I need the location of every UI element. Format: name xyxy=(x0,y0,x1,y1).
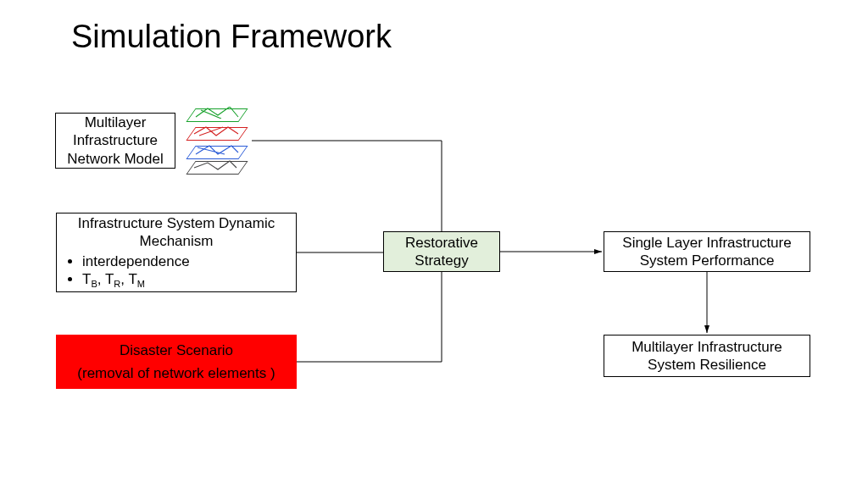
disaster-line1: Disaster Scenario xyxy=(120,341,233,359)
bullet-interdependence: interdependence xyxy=(82,252,190,270)
dynamic-mechanism-heading: Infrastructure System Dynamic Mechanism xyxy=(67,214,286,251)
bullet-time-params: TB, TR, TM xyxy=(82,270,190,291)
multilayer-network-icon xyxy=(191,108,252,175)
page-title: Simulation Framework xyxy=(71,19,392,55)
box-restorative-strategy: Restorative Strategy xyxy=(383,231,500,272)
box-dynamic-mechanism: Infrastructure System Dynamic Mechanism … xyxy=(56,213,297,292)
box-single-layer-performance: Single Layer Infrastructure System Perfo… xyxy=(604,231,810,272)
disaster-line2: (removal of network elements ) xyxy=(77,364,275,382)
box-multilayer-model: Multilayer Infrastructure Network Model xyxy=(55,113,175,169)
box-multilayer-resilience: Multilayer Infrastructure System Resilie… xyxy=(604,335,810,377)
box-disaster-scenario: Disaster Scenario (removal of network el… xyxy=(56,335,297,389)
